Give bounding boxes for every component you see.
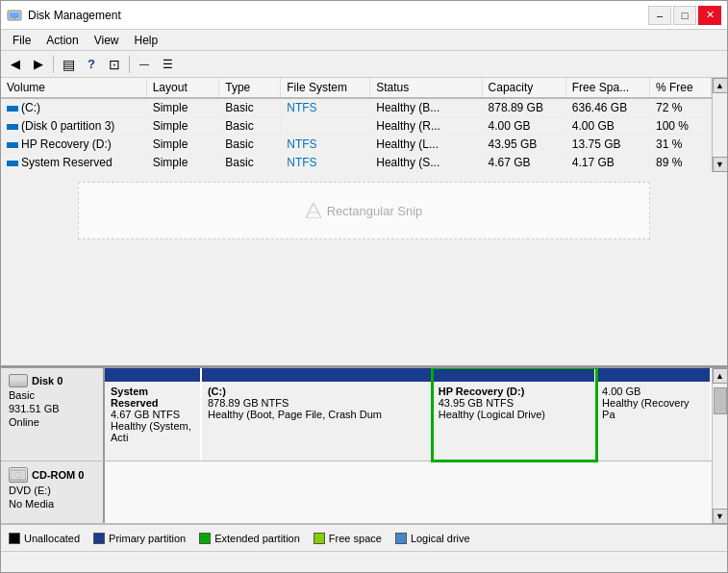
table-row[interactable]: (Disk 0 partition 3) Simple Basic Health… bbox=[1, 117, 712, 136]
cell-freespace: 4.17 GB bbox=[565, 154, 649, 172]
panels-with-scroll: Disk 0 Basic 931.51 GB Online System Res… bbox=[1, 368, 727, 524]
cell-volume: (C:) bbox=[1, 98, 146, 117]
scroll-thumb[interactable] bbox=[714, 387, 727, 414]
partition-name: (C:) bbox=[208, 386, 425, 397]
cell-type: Basic bbox=[219, 136, 281, 154]
cdrom0-name: CD-ROM 0 bbox=[32, 469, 84, 481]
maximize-button[interactable]: □ bbox=[673, 6, 696, 25]
menu-file[interactable]: File bbox=[5, 32, 38, 49]
svg-point-7 bbox=[17, 474, 19, 476]
cell-capacity: 878.89 GB bbox=[482, 98, 565, 117]
legend-item: Primary partition bbox=[93, 533, 186, 544]
cell-type: Basic bbox=[219, 98, 281, 117]
table-row[interactable]: System Reserved Simple Basic NTFS Health… bbox=[1, 154, 712, 172]
cell-freespace: 4.00 GB bbox=[565, 117, 649, 136]
cell-status: Healthy (B... bbox=[370, 98, 482, 117]
cdrom0-type: DVD (E:) bbox=[9, 485, 95, 496]
cell-status: Healthy (R... bbox=[370, 117, 482, 136]
close-button[interactable]: ✕ bbox=[698, 6, 721, 25]
svg-marker-3 bbox=[306, 203, 321, 218]
volume-table: Volume Layout Type File System Status Ca… bbox=[1, 78, 712, 172]
partition-status: Healthy (Boot, Page File, Crash Dum bbox=[208, 409, 425, 420]
legend-color-box bbox=[395, 533, 407, 544]
cell-pctfree: 72 % bbox=[650, 98, 712, 117]
legend-label: Unallocated bbox=[24, 533, 80, 544]
cell-status: Healthy (L... bbox=[370, 136, 482, 154]
toolbar-btn-view1[interactable]: ⊡ bbox=[104, 54, 125, 75]
forward-button[interactable]: ▶ bbox=[28, 54, 49, 75]
disk0-icon-row: Disk 0 bbox=[9, 374, 95, 387]
disk-partition[interactable]: 4.00 GB Healthy (Recovery Pa bbox=[596, 368, 712, 461]
cell-filesystem: NTFS bbox=[281, 136, 370, 154]
disk-partition[interactable]: System Reserved 4.67 GB NTFS Healthy (Sy… bbox=[105, 368, 202, 461]
cell-type: Basic bbox=[219, 154, 281, 172]
panels-content: Disk 0 Basic 931.51 GB Online System Res… bbox=[1, 368, 712, 524]
disk0-label: Disk 0 Basic 931.51 GB Online bbox=[1, 368, 105, 461]
col-freespace: Free Spa... bbox=[565, 78, 649, 98]
cell-pctfree: 89 % bbox=[650, 154, 712, 172]
legend-item: Extended partition bbox=[199, 533, 300, 544]
cell-pctfree: 31 % bbox=[650, 136, 712, 154]
menu-view[interactable]: View bbox=[87, 32, 127, 49]
cell-filesystem bbox=[281, 117, 370, 136]
toolbar-btn-help[interactable]: ? bbox=[81, 54, 102, 75]
svg-point-2 bbox=[13, 17, 15, 19]
volume-icon bbox=[7, 142, 18, 148]
disk0-name: Disk 0 bbox=[32, 375, 63, 386]
legend-item: Logical drive bbox=[395, 533, 470, 544]
partition-status: Healthy (Logical Drive) bbox=[439, 409, 589, 420]
partition-header bbox=[105, 368, 200, 382]
partition-header bbox=[596, 368, 710, 382]
scroll-up-arrow[interactable]: ▲ bbox=[713, 368, 728, 384]
toolbar-btn-6[interactable]: ☰ bbox=[157, 54, 178, 75]
bottom-scrollbar[interactable]: ▲ ▼ bbox=[712, 368, 727, 524]
back-button[interactable]: ◀ bbox=[5, 54, 26, 75]
legend-label: Logical drive bbox=[411, 533, 470, 544]
disk0-size: 931.51 GB bbox=[9, 403, 95, 414]
partition-size: 4.00 GB bbox=[602, 386, 704, 397]
cell-volume: System Reserved bbox=[1, 154, 146, 172]
toolbar-separator-1 bbox=[53, 56, 54, 73]
partition-size: 4.67 GB NTFS bbox=[111, 409, 194, 420]
main-window: Disk Management – □ ✕ File Action View H… bbox=[0, 0, 728, 573]
col-pctfree: % Free bbox=[650, 78, 712, 98]
partition-body: System Reserved 4.67 GB NTFS Healthy (Sy… bbox=[105, 382, 200, 461]
minimize-button[interactable]: – bbox=[648, 6, 671, 25]
partition-header bbox=[202, 368, 431, 382]
toolbar-btn-grid[interactable]: ▤ bbox=[58, 54, 79, 75]
toolbar-btn-5[interactable]: — bbox=[134, 54, 155, 75]
cell-pctfree: 100 % bbox=[650, 117, 712, 136]
partition-body: 4.00 GB Healthy (Recovery Pa bbox=[596, 382, 710, 461]
scroll-down-arrow[interactable]: ▼ bbox=[713, 509, 728, 524]
top-scrollbar[interactable]: ▲ ▼ bbox=[712, 78, 727, 172]
col-volume: Volume bbox=[1, 78, 146, 98]
partition-status: Healthy (Recovery Pa bbox=[602, 397, 704, 420]
disk-map-panel: Disk 0 Basic 931.51 GB Online System Res… bbox=[1, 368, 727, 551]
menu-action[interactable]: Action bbox=[38, 32, 86, 49]
cell-layout: Simple bbox=[146, 98, 219, 117]
disk-partition[interactable]: (C:) 878.89 GB NTFS Healthy (Boot, Page … bbox=[202, 368, 433, 461]
legend-item: Free space bbox=[314, 533, 382, 544]
legend-color-box bbox=[314, 533, 325, 544]
title-bar: Disk Management – □ ✕ bbox=[1, 1, 727, 30]
partition-size: 878.89 GB NTFS bbox=[208, 397, 425, 409]
disk-partition[interactable]: HP Recovery (D:) 43.95 GB NTFS Healthy (… bbox=[433, 368, 596, 461]
disk0-status: Online bbox=[9, 416, 95, 428]
cell-filesystem: NTFS bbox=[281, 154, 370, 172]
legend-bar: Unallocated Primary partition Extended p… bbox=[1, 524, 727, 551]
col-filesystem: File System bbox=[281, 78, 370, 98]
legend-item: Unallocated bbox=[9, 533, 80, 544]
table-row[interactable]: (C:) Simple Basic NTFS Healthy (B... 878… bbox=[1, 98, 712, 117]
partition-status: Healthy (System, Acti bbox=[111, 420, 194, 443]
partition-size: 43.95 GB NTFS bbox=[439, 397, 589, 409]
table-row[interactable]: HP Recovery (D:) Simple Basic NTFS Healt… bbox=[1, 136, 712, 154]
disk0-partitions: System Reserved 4.67 GB NTFS Healthy (Sy… bbox=[105, 368, 712, 461]
cell-layout: Simple bbox=[146, 117, 219, 136]
disk0-type: Basic bbox=[9, 389, 95, 401]
partition-body: (C:) 878.89 GB NTFS Healthy (Boot, Page … bbox=[202, 382, 431, 461]
legend-color-box bbox=[199, 533, 211, 544]
cell-volume: HP Recovery (D:) bbox=[1, 136, 146, 154]
partition-name: System Reserved bbox=[111, 386, 194, 409]
volume-icon bbox=[7, 161, 18, 166]
menu-help[interactable]: Help bbox=[127, 32, 166, 49]
